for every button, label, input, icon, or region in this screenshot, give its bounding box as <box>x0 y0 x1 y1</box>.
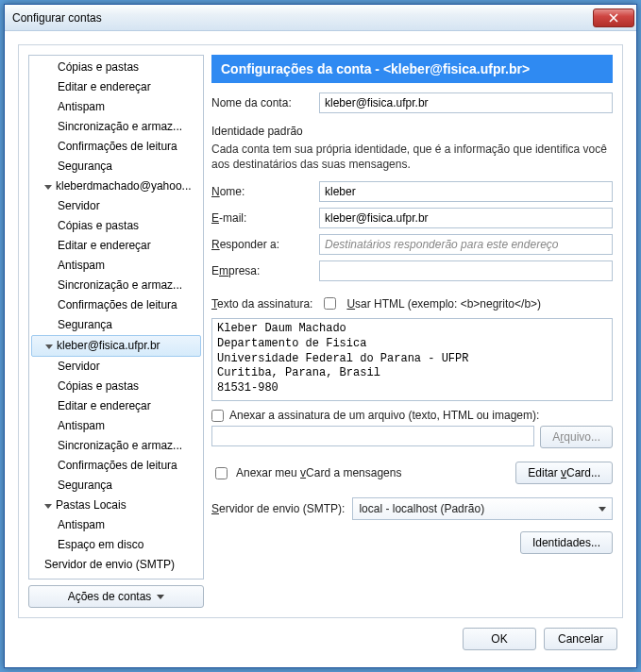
smtp-row: Servidor de envio (SMTP): local - localh… <box>211 497 613 520</box>
account-name-input[interactable] <box>319 92 613 113</box>
tree-item[interactable]: Servidor <box>29 357 203 377</box>
tree-item[interactable]: Editar e endereçar <box>29 236 203 256</box>
twisty-icon <box>44 504 52 509</box>
tree-item-label: Antispam <box>58 259 105 272</box>
ok-button[interactable]: OK <box>463 628 536 650</box>
dialog-body: Cópias e pastasEditar e endereçarAntispa… <box>5 31 636 667</box>
account-tree[interactable]: Cópias e pastasEditar e endereçarAntispa… <box>28 55 204 580</box>
tree-item[interactable]: Espaço em disco <box>29 535 203 555</box>
tree-item-label: Editar e endereçar <box>58 399 151 412</box>
signature-file-row: Arquivo... <box>211 426 613 448</box>
email-input[interactable] <box>319 208 613 228</box>
attach-vcard-label: Anexar meu vCard a mensagens <box>236 466 401 479</box>
tree-item-label: Confirmações de leitura <box>58 140 177 153</box>
tree-item[interactable]: Segurança <box>29 157 203 176</box>
attach-signature-file-label: Anexar a assinatura de um arquivo (texto… <box>229 409 539 422</box>
smtp-selected: local - localhost (Padrão) <box>359 502 484 515</box>
account-name-row: Nome da conta: <box>211 92 613 113</box>
close-icon <box>609 13 618 23</box>
signature-text-label: Texto da assinatura: <box>211 297 312 311</box>
use-html-label: Usar HTML (exemplo: <b>negrito</b>) <box>346 297 541 311</box>
tree-item[interactable]: Confirmações de leitura <box>29 137 203 157</box>
twisty-icon <box>45 344 53 349</box>
tree-item[interactable]: Servidor <box>29 196 203 216</box>
tree-item-label: Segurança <box>58 318 112 331</box>
use-html-checkbox[interactable] <box>324 297 336 310</box>
tree-item-label: Sincronização e armaz... <box>58 439 182 452</box>
titlebar[interactable]: Configurar contas <box>5 5 636 31</box>
edit-vcard-label: Editar vCard... <box>528 466 600 479</box>
panel-header: Configurações da conta - <kleber@fisica.… <box>211 55 613 83</box>
tree-item-label: Cópias e pastas <box>58 219 139 232</box>
tree-item-label: Cópias e pastas <box>58 379 139 393</box>
identities-button[interactable]: Identidades... <box>520 531 613 554</box>
twisty-icon <box>44 185 52 190</box>
cancel-button[interactable]: Cancelar <box>544 628 617 650</box>
tree-item[interactable]: kleber@fisica.ufpr.br <box>31 335 201 357</box>
tree-item-label: Sincronização e armaz... <box>58 120 182 133</box>
name-input[interactable] <box>319 181 613 202</box>
tree-item[interactable]: Editar e endereçar <box>29 77 203 97</box>
email-row: E-mail: <box>211 208 613 228</box>
tree-item[interactable]: Antispam <box>29 416 203 436</box>
smtp-label: Servidor de envio (SMTP): <box>211 502 345 515</box>
tree-item[interactable]: Antispam <box>29 515 203 535</box>
tree-item[interactable]: Confirmações de leitura <box>29 295 203 315</box>
tree-item[interactable]: Antispam <box>29 256 203 276</box>
tree-item-label: Servidor de envio (SMTP) <box>44 558 175 571</box>
tree-item[interactable]: Segurança <box>29 315 203 335</box>
tree-item[interactable]: Confirmações de leitura <box>29 456 203 476</box>
tree-item-label: Servidor <box>58 199 100 212</box>
email-label: E-mail: <box>211 211 312 225</box>
tree-item-label: Confirmações de leitura <box>58 459 177 472</box>
account-name-label: Nome da conta: <box>211 96 312 109</box>
identities-row: Identidades... <box>211 531 613 554</box>
reply-input[interactable] <box>319 234 613 255</box>
tree-item-label: kleberdmachado@yahoo... <box>56 179 192 193</box>
smtp-combo[interactable]: local - localhost (Padrão) <box>352 497 613 520</box>
sidebar: Cópias e pastasEditar e endereçarAntispa… <box>28 55 204 608</box>
window-title: Configurar contas <box>12 11 593 25</box>
org-input[interactable] <box>319 260 613 281</box>
tree-item-label: Editar e endereçar <box>58 239 151 252</box>
tree-item-label: Cópias e pastas <box>58 60 139 74</box>
attach-signature-file-checkbox[interactable] <box>211 410 224 422</box>
org-label: Empresa: <box>211 264 312 277</box>
edit-vcard-button[interactable]: Editar vCard... <box>515 462 613 484</box>
choose-file-button[interactable]: Arquivo... <box>540 426 613 448</box>
tree-item-label: Antispam <box>58 100 105 113</box>
identity-section-title: Identidade padrão <box>211 125 613 138</box>
tree-item[interactable]: Antispam <box>29 97 203 117</box>
tree-item-label: Espaço em disco <box>58 538 143 551</box>
tree-item-label: Editar e endereçar <box>58 80 151 93</box>
tree-item[interactable]: kleberdmachado@yahoo... <box>29 176 203 196</box>
tree-item-label: kleber@fisica.ufpr.br <box>57 339 160 352</box>
signature-file-input <box>211 426 534 446</box>
tree-item[interactable]: Sincronização e armaz... <box>29 276 203 295</box>
vcard-row: Anexar meu vCard a mensagens Editar vCar… <box>211 462 613 484</box>
dialog-window: Configurar contas Cópias e pastasEditar … <box>4 4 637 668</box>
tree-item-label: Pastas Locais <box>56 498 127 512</box>
account-actions-button[interactable]: Ações de contas <box>28 585 204 608</box>
dialog-footer: OK Cancelar <box>18 628 623 654</box>
name-row: Nome: <box>211 181 613 202</box>
main-content: Cópias e pastasEditar e endereçarAntispa… <box>18 44 623 618</box>
reply-label: Responder a: <box>211 238 312 251</box>
tree-item[interactable]: Sincronização e armaz... <box>29 117 203 137</box>
tree-item[interactable]: Cópias e pastas <box>29 216 203 236</box>
tree-item[interactable]: Servidor de envio (SMTP) <box>29 555 203 575</box>
tree-item[interactable]: Cópias e pastas <box>29 58 203 77</box>
tree-item-label: Antispam <box>58 419 105 432</box>
attach-vcard-checkbox[interactable] <box>215 467 228 479</box>
identity-description: Cada conta tem sua própria identidade, q… <box>211 142 613 172</box>
signature-label-row: Texto da assinatura: Usar HTML (exemplo:… <box>211 294 613 312</box>
tree-item[interactable]: Pastas Locais <box>29 496 203 515</box>
tree-item[interactable]: Sincronização e armaz... <box>29 436 203 456</box>
close-button[interactable] <box>593 8 634 27</box>
tree-item-label: Segurança <box>58 479 112 492</box>
tree-item[interactable]: Segurança <box>29 476 203 496</box>
tree-item[interactable]: Editar e endereçar <box>29 396 203 416</box>
signature-textarea[interactable] <box>211 318 613 401</box>
account-actions-label: Ações de contas <box>68 590 152 603</box>
tree-item[interactable]: Cópias e pastas <box>29 377 203 396</box>
